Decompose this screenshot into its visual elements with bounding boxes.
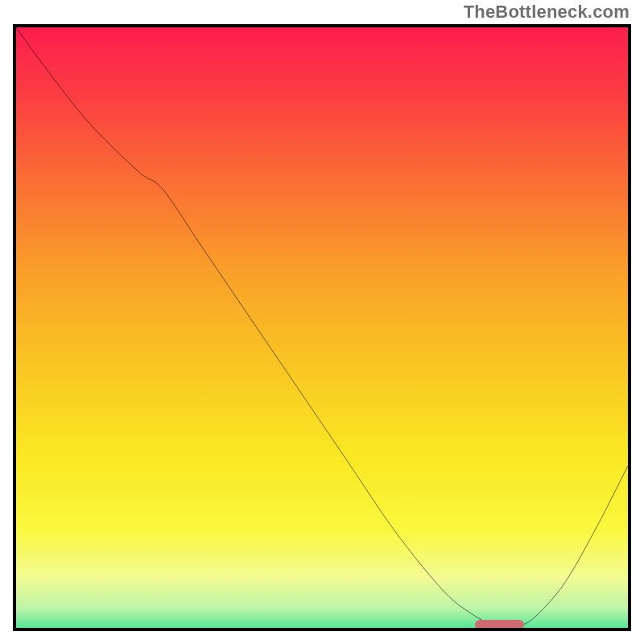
watermark-text: TheBottleneck.com: [464, 2, 630, 23]
optimal-range-marker: [475, 620, 524, 630]
chart-container: TheBottleneck.com: [0, 0, 644, 644]
bottleneck-curve-path: [16, 27, 628, 625]
curve-layer: [16, 27, 628, 628]
plot-area: [13, 24, 631, 631]
